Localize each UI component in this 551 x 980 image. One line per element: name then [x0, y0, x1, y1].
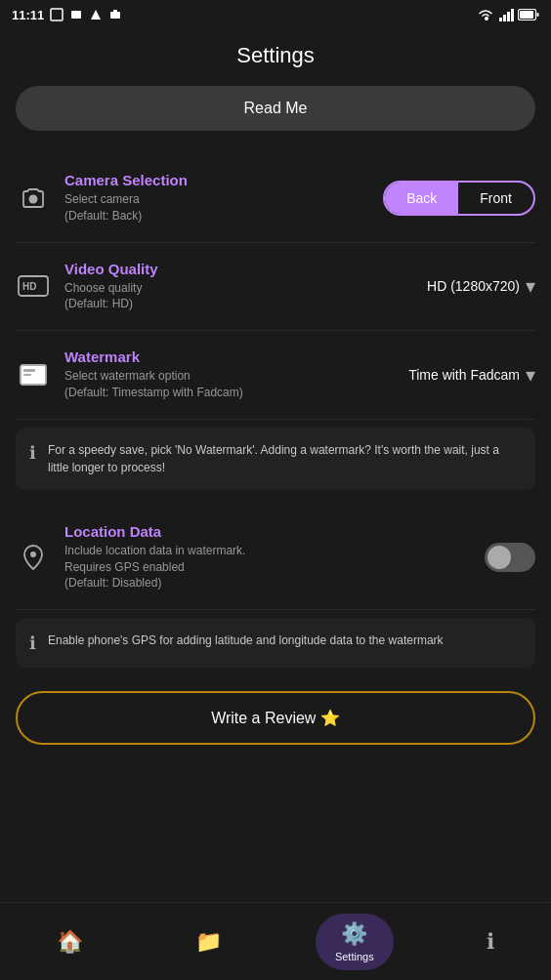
svg-rect-10 [520, 11, 533, 19]
hd-icon: HD [18, 275, 49, 297]
wifi-icon [477, 8, 494, 21]
nav-home[interactable]: 🏠 [37, 921, 103, 962]
svg-rect-16 [23, 369, 35, 372]
location-info-box: ℹ Enable phone's GPS for adding latitude… [16, 618, 535, 668]
switch-thumb [487, 546, 511, 569]
battery-icon [518, 9, 539, 20]
svg-rect-0 [51, 9, 63, 20]
svg-rect-5 [499, 18, 502, 21]
watermark-desc: Select watermark option(Default: Timesta… [64, 368, 243, 401]
nav-info[interactable]: ℹ [467, 921, 514, 962]
watermark-info-box: ℹ For a speedy save, pick 'No Watermark'… [16, 428, 535, 490]
svg-point-12 [29, 194, 38, 203]
watermark-title: Watermark [64, 348, 243, 365]
location-data-title: Location Data [64, 523, 245, 540]
camera-toggle-group: Back Front [383, 181, 535, 216]
location-info-text: Enable phone's GPS for adding latitude a… [48, 632, 444, 649]
status-icons-right [477, 8, 539, 21]
status-time-section: 11:11 [12, 8, 122, 22]
folder-icon: 📁 [195, 929, 222, 955]
video-quality-desc: Choose quality(Default: HD) [64, 280, 158, 313]
nav-folder[interactable]: 📁 [176, 921, 241, 962]
watermark-icon [20, 364, 47, 386]
video-quality-row: HD Video Quality Choose quality(Default:… [16, 243, 535, 332]
location-info-icon: ℹ [29, 633, 36, 654]
status-icon-4 [108, 8, 122, 21]
watermark-info-icon: ℹ [29, 442, 36, 464]
svg-rect-7 [507, 12, 510, 21]
location-data-left: Location Data Include location data in w… [16, 523, 485, 592]
dropdown-arrow-icon: ▾ [526, 274, 535, 298]
camera-selection-texts: Camera Selection Select camera(Default: … [64, 172, 188, 225]
status-icon-2 [69, 8, 83, 21]
camera-icon [20, 184, 47, 212]
page-header: Settings [0, 29, 551, 86]
video-quality-title: Video Quality [64, 261, 158, 277]
switch-track [485, 543, 535, 572]
camera-front-button[interactable]: Front [458, 183, 533, 214]
watermark-left: Watermark Select watermark option(Defaul… [16, 348, 408, 401]
watermark-info-text: For a speedy save, pick 'No Watermark'. … [48, 441, 522, 476]
location-data-desc: Include location data in watermark.Requi… [64, 543, 245, 592]
signal-icon [498, 8, 514, 21]
svg-rect-11 [537, 13, 539, 17]
bottom-nav: 🏠 📁 ⚙️ Settings ℹ [0, 902, 551, 980]
location-icon-wrap [16, 540, 51, 575]
home-icon: 🏠 [57, 929, 83, 955]
camera-selection-right: Back Front [383, 181, 535, 216]
svg-rect-1 [71, 11, 81, 19]
svg-rect-17 [23, 374, 31, 376]
svg-point-18 [30, 551, 36, 557]
watermark-icon-wrap [16, 357, 51, 392]
location-toggle-switch[interactable] [485, 543, 535, 572]
camera-icon-wrap [16, 181, 51, 216]
watermark-row: Watermark Select watermark option(Defaul… [16, 331, 535, 420]
svg-rect-8 [511, 9, 514, 21]
svg-marker-2 [91, 10, 101, 20]
location-data-row: Location Data Include location data in w… [16, 506, 535, 610]
info-icon: ℹ [487, 929, 494, 955]
svg-rect-6 [503, 15, 506, 21]
read-me-button[interactable]: Read Me [16, 86, 535, 131]
nav-settings-label: Settings [335, 951, 374, 962]
write-review-button[interactable]: Write a Review ⭐ [16, 691, 535, 745]
location-icon [22, 544, 44, 571]
location-data-right [485, 543, 535, 572]
video-quality-value: HD (1280x720) [427, 278, 520, 294]
camera-selection-row: Camera Selection Select camera(Default: … [16, 154, 535, 243]
camera-selection-title: Camera Selection [64, 172, 188, 188]
svg-rect-4 [113, 10, 117, 13]
camera-back-button[interactable]: Back [385, 183, 458, 214]
video-quality-dropdown[interactable]: HD (1280x720) ▾ [427, 274, 535, 298]
video-quality-texts: Video Quality Choose quality(Default: HD… [64, 261, 158, 313]
location-data-texts: Location Data Include location data in w… [64, 523, 245, 592]
camera-selection-left: Camera Selection Select camera(Default: … [16, 172, 383, 225]
svg-rect-3 [110, 12, 120, 19]
watermark-right[interactable]: Time with Fadcam ▾ [408, 363, 535, 387]
status-icon-3 [89, 8, 103, 21]
video-quality-left: HD Video Quality Choose quality(Default:… [16, 261, 427, 313]
watermark-texts: Watermark Select watermark option(Defaul… [64, 348, 243, 401]
camera-selection-desc: Select camera(Default: Back) [64, 191, 188, 225]
watermark-value: Time with Fadcam [408, 367, 520, 383]
nav-settings[interactable]: ⚙️ Settings [316, 914, 394, 970]
svg-text:HD: HD [22, 281, 36, 292]
settings-content: Read Me Camera Selection Select camera(D… [0, 86, 551, 745]
page-title: Settings [236, 43, 315, 67]
video-quality-icon-wrap: HD [16, 268, 51, 304]
video-quality-right[interactable]: HD (1280x720) ▾ [427, 274, 535, 298]
status-bar: 11:11 [0, 0, 551, 29]
watermark-dropdown[interactable]: Time with Fadcam ▾ [408, 363, 535, 387]
watermark-dropdown-arrow-icon: ▾ [526, 363, 535, 387]
status-time: 11:11 [12, 8, 44, 22]
status-icon-1 [50, 8, 64, 21]
gear-icon: ⚙️ [341, 921, 367, 947]
